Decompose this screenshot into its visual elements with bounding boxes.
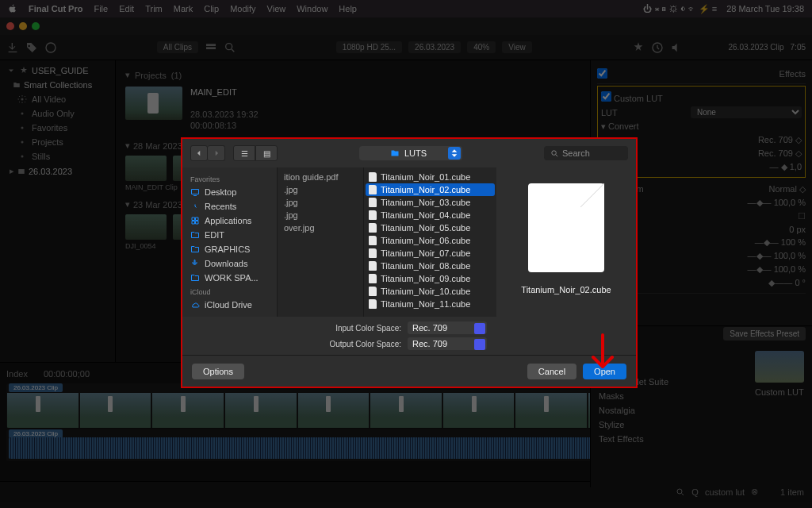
chevron-updown-icon <box>448 147 461 160</box>
file-item[interactable]: Titanium_Noir_08.cube <box>364 260 496 272</box>
file-item[interactable]: Titanium_Noir_01.cube <box>364 171 496 183</box>
cancel-button[interactable]: Cancel <box>527 364 576 379</box>
document-icon <box>369 274 377 283</box>
preview-file-icon <box>528 183 604 272</box>
favorites-header: Favorites <box>186 172 274 185</box>
dialog-column-parent: ition guide.pdf.jpg.jpg.jpgover.jpg <box>278 167 363 317</box>
output-colorspace-select[interactable]: Rec. 709 <box>408 337 487 350</box>
folder-icon <box>190 202 200 211</box>
sidebar-favorite[interactable]: EDIT <box>186 228 274 242</box>
chevron-left-icon <box>195 149 203 157</box>
sidebar-favorite[interactable]: Downloads <box>186 256 274 271</box>
folder-icon <box>190 244 200 254</box>
output-colorspace-label: Output Color Space: <box>314 340 401 348</box>
column-item[interactable]: .jpg <box>281 209 360 221</box>
document-icon <box>369 223 377 233</box>
file-item[interactable]: Titanium_Noir_09.cube <box>364 272 496 285</box>
location-popup[interactable]: LUTS <box>359 146 462 160</box>
options-button[interactable]: Options <box>192 364 244 379</box>
document-icon <box>369 185 377 194</box>
dialog-preview: Titanium_Noir_02.cube <box>496 167 636 317</box>
file-item[interactable]: Titanium_Noir_02.cube <box>366 183 495 196</box>
sidebar-favorite[interactable]: Recents <box>186 199 274 214</box>
icloud-header: iCloud <box>186 285 274 298</box>
nav-back-button[interactable] <box>190 145 208 161</box>
file-item[interactable]: Titanium_Noir_07.cube <box>364 247 496 260</box>
document-icon <box>369 210 377 220</box>
chevron-right-icon <box>213 149 220 157</box>
folder-icon <box>190 259 200 268</box>
file-item[interactable]: Titanium_Noir_10.cube <box>364 285 496 298</box>
column-item[interactable]: over.jpg <box>281 221 360 234</box>
document-icon <box>369 299 377 309</box>
folder-icon <box>390 148 400 158</box>
column-item[interactable]: .jpg <box>281 196 360 209</box>
file-item[interactable]: Titanium_Noir_03.cube <box>364 196 496 209</box>
column-item[interactable]: ition guide.pdf <box>281 171 360 183</box>
preview-file-name: Titanium_Noir_02.cube <box>521 285 611 294</box>
folder-icon <box>190 273 200 283</box>
document-icon <box>369 172 377 182</box>
document-icon <box>369 236 377 245</box>
file-item[interactable]: Titanium_Noir_11.cube <box>364 298 496 310</box>
sidebar-favorite[interactable]: GRAPHICS <box>186 242 274 256</box>
file-item[interactable]: Titanium_Noir_06.cube <box>364 234 496 247</box>
document-icon <box>369 248 377 258</box>
dialog-search[interactable]: Search <box>544 146 628 160</box>
sidebar-favorite[interactable]: Desktop <box>186 185 274 199</box>
nav-forward-button[interactable] <box>208 145 225 161</box>
sidebar-icloud[interactable]: iCloud Drive <box>186 298 274 312</box>
input-colorspace-label: Input Color Space: <box>314 324 401 333</box>
search-icon <box>550 149 559 158</box>
folder-icon <box>190 216 200 225</box>
cloud-icon <box>190 300 200 310</box>
open-button[interactable]: Open <box>583 364 626 379</box>
input-colorspace-select[interactable]: Rec. 709 <box>408 321 487 334</box>
view-list-button[interactable]: ▤ <box>255 145 278 161</box>
folder-icon <box>190 230 200 240</box>
document-icon <box>369 287 377 296</box>
dialog-sidebar: Favorites DesktopRecentsApplicationsEDIT… <box>182 167 278 317</box>
document-icon <box>369 198 377 207</box>
folder-icon <box>190 187 200 197</box>
document-icon <box>369 261 377 271</box>
view-columns-button[interactable]: ☰ <box>233 145 255 161</box>
dialog-file-column: Titanium_Noir_01.cubeTitanium_Noir_02.cu… <box>363 167 496 317</box>
file-item[interactable]: Titanium_Noir_04.cube <box>364 209 496 221</box>
sidebar-favorite[interactable]: WORK SPA... <box>186 271 274 285</box>
open-file-dialog: ☰ ▤ LUTS Search Favorites DesktopRecents… <box>181 137 638 388</box>
column-item[interactable]: .jpg <box>281 183 360 196</box>
sidebar-favorite[interactable]: Applications <box>186 214 274 228</box>
svg-point-12 <box>552 150 557 155</box>
file-item[interactable]: Titanium_Noir_05.cube <box>364 221 496 234</box>
